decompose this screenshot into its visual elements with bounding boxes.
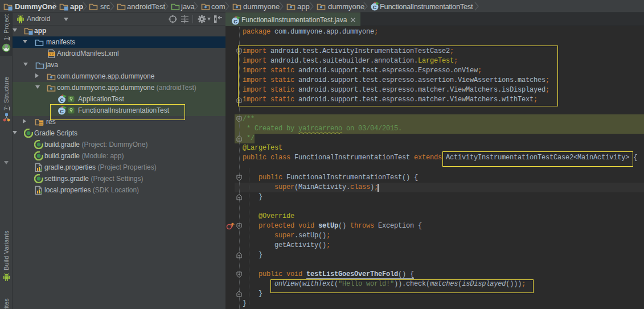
svg-text:C: C <box>233 19 237 24</box>
svg-text:C: C <box>373 5 377 10</box>
svg-text:<>: <> <box>49 52 54 56</box>
svg-text:C: C <box>60 97 64 103</box>
